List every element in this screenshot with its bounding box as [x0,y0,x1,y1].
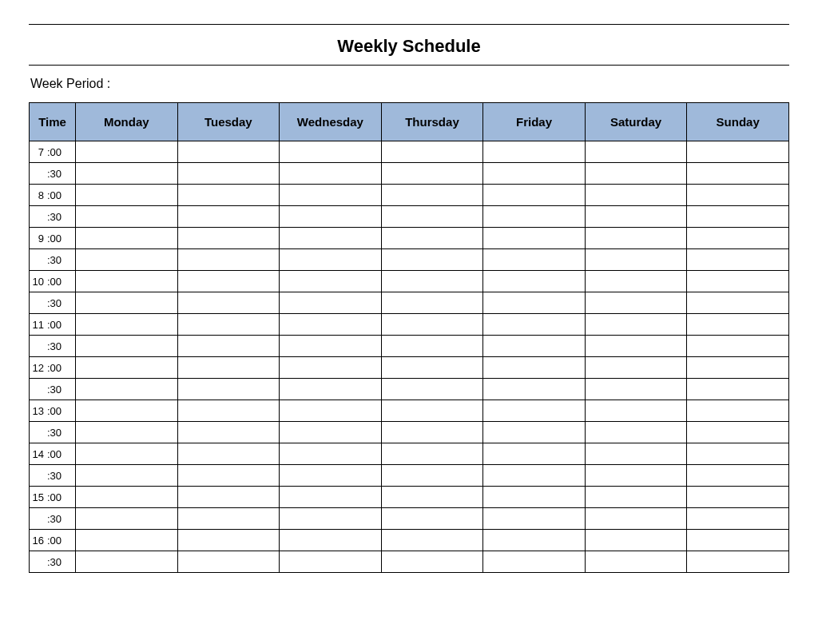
schedule-cell[interactable] [381,400,483,422]
schedule-cell[interactable] [76,292,178,314]
schedule-cell[interactable] [76,206,178,228]
schedule-cell[interactable] [483,443,586,465]
schedule-cell[interactable] [280,508,382,530]
schedule-cell[interactable] [76,336,178,357]
schedule-cell[interactable] [280,487,382,508]
schedule-cell[interactable] [381,141,483,163]
schedule-cell[interactable] [687,185,789,206]
schedule-cell[interactable] [687,508,789,530]
schedule-cell[interactable] [483,163,586,185]
schedule-cell[interactable] [687,206,789,228]
schedule-cell[interactable] [483,357,586,379]
schedule-cell[interactable] [280,530,382,551]
schedule-cell[interactable] [585,314,687,336]
schedule-cell[interactable] [177,271,280,292]
schedule-cell[interactable] [76,228,178,249]
schedule-cell[interactable] [177,465,280,487]
schedule-cell[interactable] [381,487,483,508]
schedule-cell[interactable] [76,551,178,573]
schedule-cell[interactable] [381,163,483,185]
schedule-cell[interactable] [381,336,483,357]
schedule-cell[interactable] [585,249,687,271]
schedule-cell[interactable] [177,379,280,400]
schedule-cell[interactable] [687,443,789,465]
schedule-cell[interactable] [177,185,280,206]
schedule-cell[interactable] [381,206,483,228]
schedule-cell[interactable] [687,530,789,551]
schedule-cell[interactable] [381,508,483,530]
schedule-cell[interactable] [76,465,178,487]
schedule-cell[interactable] [381,551,483,573]
schedule-cell[interactable] [381,465,483,487]
schedule-cell[interactable] [280,163,382,185]
schedule-cell[interactable] [177,163,280,185]
schedule-cell[interactable] [280,185,382,206]
schedule-cell[interactable] [76,357,178,379]
schedule-cell[interactable] [483,465,586,487]
schedule-cell[interactable] [76,508,178,530]
schedule-cell[interactable] [483,487,586,508]
schedule-cell[interactable] [280,465,382,487]
schedule-cell[interactable] [381,530,483,551]
schedule-cell[interactable] [585,508,687,530]
schedule-cell[interactable] [483,336,586,357]
schedule-cell[interactable] [381,422,483,443]
schedule-cell[interactable] [381,249,483,271]
schedule-cell[interactable] [687,400,789,422]
schedule-cell[interactable] [585,163,687,185]
schedule-cell[interactable] [76,379,178,400]
schedule-cell[interactable] [177,292,280,314]
schedule-cell[interactable] [280,551,382,573]
schedule-cell[interactable] [585,228,687,249]
schedule-cell[interactable] [177,249,280,271]
schedule-cell[interactable] [76,400,178,422]
schedule-cell[interactable] [381,185,483,206]
schedule-cell[interactable] [585,530,687,551]
schedule-cell[interactable] [483,379,586,400]
schedule-cell[interactable] [483,271,586,292]
schedule-cell[interactable] [177,228,280,249]
schedule-cell[interactable] [76,185,178,206]
schedule-cell[interactable] [76,443,178,465]
schedule-cell[interactable] [585,465,687,487]
schedule-cell[interactable] [585,185,687,206]
schedule-cell[interactable] [483,141,586,163]
schedule-cell[interactable] [177,206,280,228]
schedule-cell[interactable] [585,141,687,163]
schedule-cell[interactable] [280,292,382,314]
schedule-cell[interactable] [76,163,178,185]
schedule-cell[interactable] [76,314,178,336]
schedule-cell[interactable] [280,249,382,271]
schedule-cell[interactable] [483,228,586,249]
schedule-cell[interactable] [76,487,178,508]
schedule-cell[interactable] [280,379,382,400]
schedule-cell[interactable] [483,249,586,271]
schedule-cell[interactable] [280,141,382,163]
schedule-cell[interactable] [585,487,687,508]
schedule-cell[interactable] [76,249,178,271]
schedule-cell[interactable] [687,357,789,379]
schedule-cell[interactable] [177,508,280,530]
schedule-cell[interactable] [585,206,687,228]
schedule-cell[interactable] [177,400,280,422]
schedule-cell[interactable] [381,443,483,465]
schedule-cell[interactable] [687,163,789,185]
schedule-cell[interactable] [280,422,382,443]
schedule-cell[interactable] [280,357,382,379]
schedule-cell[interactable] [483,314,586,336]
schedule-cell[interactable] [76,530,178,551]
schedule-cell[interactable] [280,400,382,422]
schedule-cell[interactable] [177,443,280,465]
schedule-cell[interactable] [687,465,789,487]
schedule-cell[interactable] [585,379,687,400]
schedule-cell[interactable] [585,443,687,465]
schedule-cell[interactable] [280,206,382,228]
schedule-cell[interactable] [687,336,789,357]
schedule-cell[interactable] [687,551,789,573]
schedule-cell[interactable] [381,314,483,336]
schedule-cell[interactable] [381,379,483,400]
schedule-cell[interactable] [483,551,586,573]
schedule-cell[interactable] [280,271,382,292]
schedule-cell[interactable] [483,185,586,206]
schedule-cell[interactable] [76,422,178,443]
